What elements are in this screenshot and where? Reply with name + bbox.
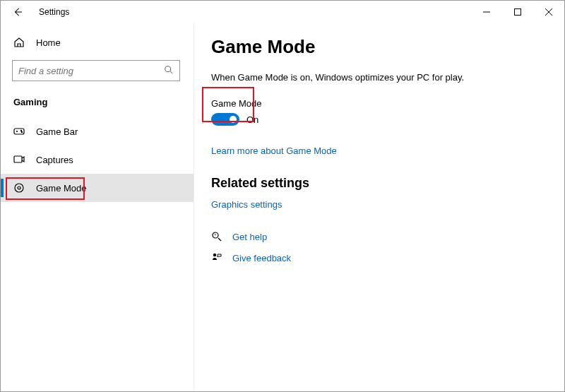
search-icon <box>164 65 174 77</box>
minimize-button[interactable] <box>471 1 502 23</box>
search-wrap <box>12 60 182 81</box>
game-mode-icon <box>13 182 25 194</box>
page-title: Game Mode <box>211 36 547 58</box>
nav-home-label: Home <box>36 37 61 48</box>
back-button[interactable] <box>8 2 28 22</box>
page-description: When Game Mode is on, Windows optimizes … <box>211 72 547 83</box>
sidebar: Home Gaming Game Bar Captures Game Mode <box>1 23 194 391</box>
feedback-icon <box>211 252 222 263</box>
get-help-row: ? Get help <box>211 231 547 242</box>
get-help-link[interactable]: Get help <box>232 232 267 242</box>
main-content: Game Mode When Game Mode is on, Windows … <box>194 23 564 391</box>
game-mode-toggle[interactable] <box>211 113 239 126</box>
search-input[interactable] <box>18 66 164 76</box>
svg-text:?: ? <box>214 233 216 237</box>
related-settings-header: Related settings <box>211 176 547 191</box>
titlebar: Settings <box>1 1 564 23</box>
maximize-button[interactable] <box>502 1 533 23</box>
sidebar-item-captures[interactable]: Captures <box>1 145 194 174</box>
sidebar-item-game-mode[interactable]: Game Mode <box>1 174 194 202</box>
svg-line-5 <box>170 71 173 73</box>
toggle-knob <box>230 116 237 123</box>
svg-rect-1 <box>515 9 521 16</box>
toggle-state: On <box>246 114 258 125</box>
svg-point-4 <box>165 66 171 71</box>
sidebar-item-label: Game Mode <box>36 183 87 194</box>
svg-point-16 <box>213 254 216 256</box>
toggle-label: Game Mode <box>211 98 547 109</box>
nav-home[interactable]: Home <box>1 30 194 54</box>
give-feedback-link[interactable]: Give feedback <box>232 253 291 263</box>
sidebar-item-game-bar[interactable]: Game Bar <box>1 117 194 145</box>
window-controls <box>471 1 564 23</box>
home-icon <box>13 37 25 48</box>
arrow-left-icon <box>13 7 23 17</box>
minimize-icon <box>483 8 490 16</box>
maximize-icon <box>514 8 521 16</box>
svg-rect-11 <box>14 156 22 162</box>
give-feedback-row: Give feedback <box>211 252 547 263</box>
search-box[interactable] <box>12 60 180 81</box>
sidebar-item-label: Game Bar <box>36 126 78 137</box>
game-mode-toggle-section: Game Mode On <box>211 98 547 126</box>
svg-point-9 <box>20 130 21 131</box>
game-bar-icon <box>13 126 25 137</box>
learn-more-link[interactable]: Learn more about Game Mode <box>211 145 337 156</box>
close-icon <box>545 8 552 16</box>
app-title: Settings <box>39 7 69 17</box>
svg-point-10 <box>21 131 22 132</box>
sidebar-item-label: Captures <box>36 155 73 165</box>
graphics-settings-link[interactable]: Graphics settings <box>211 199 547 210</box>
svg-point-12 <box>15 184 23 192</box>
get-help-icon: ? <box>211 231 222 242</box>
close-button[interactable] <box>533 1 564 23</box>
svg-point-13 <box>18 186 20 189</box>
captures-icon <box>13 154 25 165</box>
category-header: Gaming <box>1 93 194 117</box>
svg-rect-6 <box>14 129 24 134</box>
